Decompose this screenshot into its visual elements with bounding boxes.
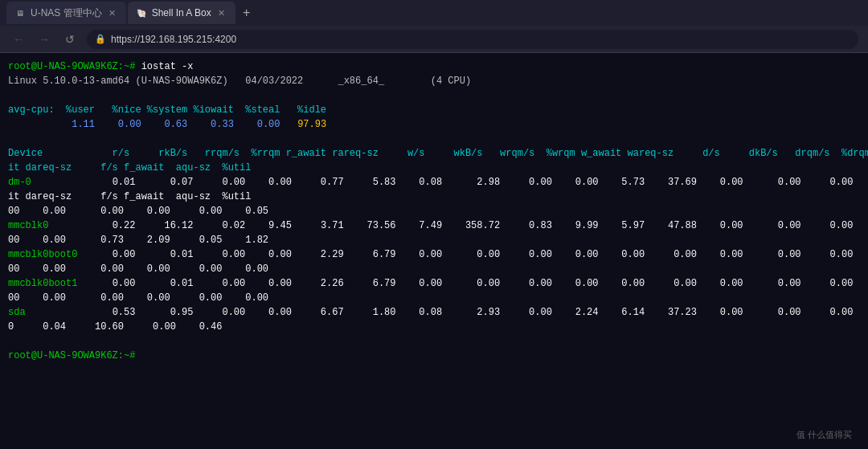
forward-button[interactable]: → xyxy=(35,31,53,48)
term-mmcblk0boot1-2: 00 0.00 0.00 0.00 0.00 0.00 xyxy=(8,291,860,305)
term-dm0-1: dm-0 0.01 0.07 0.00 0.00 0.77 5.83 0.08 … xyxy=(8,175,860,190)
term-header1: Device r/s rkB/s rrqm/s %rrqm r_await ra… xyxy=(8,146,860,161)
term-mmcblk0-2: 00 0.00 0.73 2.09 0.05 1.82 xyxy=(8,233,860,247)
term-line-5: 1.11 0.00 0.63 0.33 0.00 97.93 xyxy=(8,117,860,132)
tab-shell-close[interactable]: ✕ xyxy=(216,7,227,18)
terminal-area[interactable]: root@U-NAS-9OWA9K6Z:~# iostat -x Linux 5… xyxy=(0,53,868,449)
refresh-button[interactable]: ↺ xyxy=(61,31,79,48)
term-header2: it dareq-sz f/s f_await aqu-sz %util xyxy=(8,161,860,175)
term-sda-2: 0 0.04 10.60 0.00 0.46 xyxy=(8,320,860,334)
term-line-2: Linux 5.10.0-13-amd64 (U-NAS-9OWA9K6Z) 0… xyxy=(8,74,860,88)
lock-icon: 🔒 xyxy=(95,34,106,44)
term-mmcblk0boot1-1: mmcblk0boot1 0.00 0.01 0.00 0.00 2.26 6.… xyxy=(8,276,860,291)
cmd1: iostat -x xyxy=(141,61,194,72)
term-sda-1: sda 0.53 0.95 0.00 0.00 6.67 1.80 0.08 2… xyxy=(8,305,860,320)
term-mmcblk0boot0-1: mmcblk0boot0 0.00 0.01 0.00 0.00 2.29 6.… xyxy=(8,247,860,262)
back-button[interactable]: ← xyxy=(10,31,27,48)
term-line-4: avg-cpu: %user %nice %system %iowait %st… xyxy=(8,103,860,117)
term-mmcblk0boot0-2: 00 0.00 0.00 0.00 0.00 0.00 xyxy=(8,262,860,276)
new-tab-button[interactable]: + xyxy=(237,3,256,22)
tab-unas-close[interactable]: ✕ xyxy=(107,7,118,18)
tab-unas-icon: 🖥 xyxy=(14,7,26,18)
term-line-1: root@U-NAS-9OWA9K6Z:~# iostat -x xyxy=(8,59,860,74)
tab-shell-icon: 🐚 xyxy=(136,7,147,18)
term-line-6 xyxy=(8,132,860,146)
titlebar: 🖥 U-NAS 管理中心 ✕ 🐚 Shell In A Box ✕ + xyxy=(0,0,868,26)
url-text: https://192.168.195.215:4200 xyxy=(111,34,236,45)
tab-bar: 🖥 U-NAS 管理中心 ✕ 🐚 Shell In A Box ✕ + xyxy=(6,0,862,26)
tab-unas[interactable]: 🖥 U-NAS 管理中心 ✕ xyxy=(6,2,126,24)
term-dm0-3: 00 0.00 0.00 0.00 0.00 0.05 xyxy=(8,204,860,218)
url-bar[interactable]: 🔒 https://192.168.195.215:4200 xyxy=(87,30,858,49)
address-bar: ← → ↺ 🔒 https://192.168.195.215:4200 xyxy=(0,26,868,53)
term-line-blank xyxy=(8,334,860,349)
tab-shell[interactable]: 🐚 Shell In A Box ✕ xyxy=(128,2,235,24)
watermark: 值 什么值得买 xyxy=(796,429,852,441)
tab-shell-label: Shell In A Box xyxy=(152,7,211,18)
prompt1: root@U-NAS-9OWA9K6Z:~# xyxy=(8,61,141,72)
tab-unas-label: U-NAS 管理中心 xyxy=(31,6,102,20)
term-line-3 xyxy=(8,88,860,103)
prompt2: root@U-NAS-9OWA9K6Z:~# xyxy=(8,350,141,361)
term-dm0-2: it dareq-sz f/s f_await aqu-sz %util xyxy=(8,190,860,204)
term-prompt2: root@U-NAS-9OWA9K6Z:~# xyxy=(8,349,860,363)
term-mmcblk0-1: mmcblk0 0.22 16.12 0.02 9.45 3.71 73.56 … xyxy=(8,218,860,233)
